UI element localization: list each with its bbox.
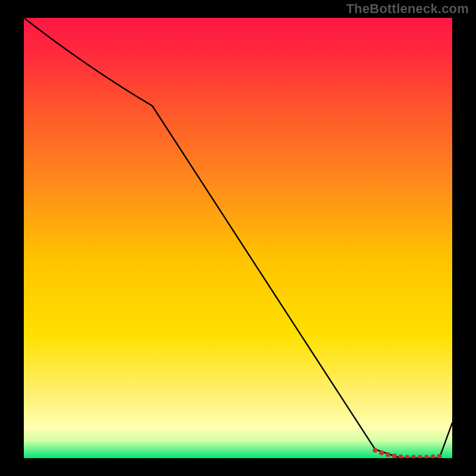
chart-marker xyxy=(379,450,384,455)
chart-marker xyxy=(372,448,377,453)
chart-marker xyxy=(392,453,397,458)
watermark-text: TheBottleneck.com xyxy=(346,1,469,17)
chart-svg xyxy=(24,18,452,458)
chart-plot-area xyxy=(24,18,452,458)
chart-frame: TheBottleneck.com xyxy=(0,0,476,476)
chart-marker xyxy=(386,452,390,457)
